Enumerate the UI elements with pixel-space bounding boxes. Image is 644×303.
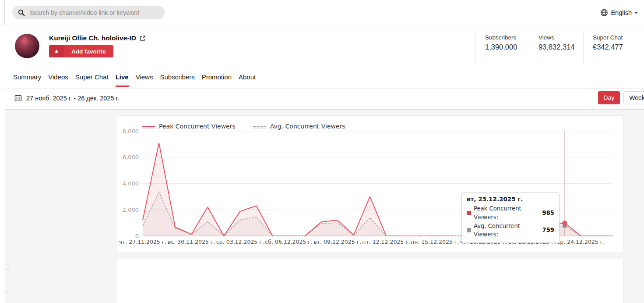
- x-tick-label: пн, 15.12.2025 г.: [411, 239, 459, 245]
- x-tick-label: ср, 03.12.2025 г.: [216, 239, 264, 245]
- stat-label: Views: [538, 34, 583, 41]
- x-tick-label: чт, 27.11.2025 г.: [119, 239, 167, 245]
- stat-value: 1,390,000: [485, 43, 529, 51]
- search-input[interactable]: [29, 9, 158, 17]
- calendar-icon: [14, 94, 22, 102]
- tooltip-peak-value: 985: [542, 209, 554, 217]
- channel-avatar: [15, 34, 39, 58]
- tooltip-avg-row: Avg. Concurrent Viewers: 759: [467, 222, 554, 239]
- tab-views[interactable]: Views: [136, 71, 153, 87]
- y-tick-label: 6,000: [123, 154, 139, 160]
- external-link-icon[interactable]: [140, 35, 146, 41]
- chart-tooltip: вт, 23.12.2025 г. Peak Concurrent Viewer…: [461, 192, 560, 243]
- globe-icon: [600, 9, 608, 17]
- language-selector[interactable]: English: [600, 0, 638, 25]
- stat-views: Views 93,832,314 –: [529, 31, 583, 64]
- x-tick-label: пт, 12.12.2025 г.: [362, 239, 410, 245]
- y-tick-label: 4,000: [123, 180, 139, 187]
- left-strip-divider: [4, 0, 5, 25]
- search-icon: [18, 9, 25, 16]
- stat-value: 93,832,314: [538, 43, 583, 51]
- add-favorite-button[interactable]: ★ Add favorite: [49, 45, 113, 57]
- peak-series-marker: [467, 211, 471, 215]
- tooltip-date: вт, 23.12.2025 г.: [467, 196, 554, 203]
- next-section-card: [116, 259, 623, 303]
- topbar: English: [0, 0, 644, 25]
- left-strip-chart-fragment: [5, 292, 9, 293]
- stat-label: Super Chat: [593, 34, 635, 41]
- y-tick-label: 8,000: [123, 128, 139, 135]
- tooltip-avg-value: 759: [542, 226, 554, 235]
- stat-superchat: Super Chat €342,477 –: [583, 31, 635, 64]
- period-week-button[interactable]: Week: [623, 91, 644, 104]
- stat-value: €342,477: [593, 43, 635, 51]
- channel-name-row[interactable]: Kureiji Ollie Ch. hololive-ID: [49, 34, 146, 42]
- tab-summary[interactable]: Summary: [13, 71, 41, 87]
- tab-about[interactable]: About: [239, 71, 256, 87]
- x-tick-label: ср, 24.12.2025 г.: [557, 239, 605, 245]
- tab-subscribers[interactable]: Subscribers: [160, 71, 194, 87]
- stat-change: –: [538, 54, 583, 61]
- tooltip-peak-row: Peak Concurrent Viewers: 985: [467, 204, 554, 222]
- x-tick-label: сб, 06.12.2025 г.: [265, 239, 313, 245]
- tab-live[interactable]: Live: [116, 71, 129, 87]
- star-icon: ★: [49, 45, 64, 57]
- tabs-divider: [5, 88, 644, 89]
- tab-videos[interactable]: Videos: [48, 71, 68, 87]
- language-label: English: [611, 9, 632, 16]
- tab-bar: Summary Videos Super Chat Live Views Sub…: [13, 71, 256, 87]
- left-strip-chart-fragment: [5, 269, 9, 270]
- channel-stats: Subscribers 1,390,000 – Views 93,832,314…: [475, 31, 635, 64]
- search-box[interactable]: [12, 6, 165, 19]
- avg-series-marker: [467, 228, 471, 232]
- stat-change: –: [593, 54, 635, 61]
- page: English Kureiji Ollie Ch. hololive-ID ★ …: [0, 0, 644, 303]
- live-viewers-card: Peak Concurrent Viewers Avg. Concurrent …: [116, 115, 623, 252]
- period-day-button[interactable]: Day: [598, 91, 620, 104]
- peak-highlight-dot: [562, 221, 567, 225]
- stat-subscribers: Subscribers 1,390,000 –: [475, 31, 529, 64]
- tab-super-chat[interactable]: Super Chat: [75, 71, 109, 87]
- chevron-down-icon: [634, 12, 638, 14]
- content-area: Peak Concurrent Viewers Avg. Concurrent …: [5, 110, 644, 303]
- x-tick-label: вт, 09.12.2025 г.: [313, 239, 361, 245]
- x-tick-label: вс, 30.11.2025 г.: [168, 239, 215, 245]
- y-tick-label: 2,000: [123, 207, 139, 213]
- add-favorite-label: Add favorite: [64, 45, 113, 57]
- stat-label: Subscribers: [485, 34, 529, 41]
- tab-promotion[interactable]: Promotion: [202, 71, 232, 87]
- date-range-picker[interactable]: 27 нояб. 2025 г. - 26 дек. 2025 г.: [26, 95, 119, 102]
- stat-change: –: [485, 54, 529, 61]
- channel-name: Kureiji Ollie Ch. hololive-ID: [49, 34, 136, 42]
